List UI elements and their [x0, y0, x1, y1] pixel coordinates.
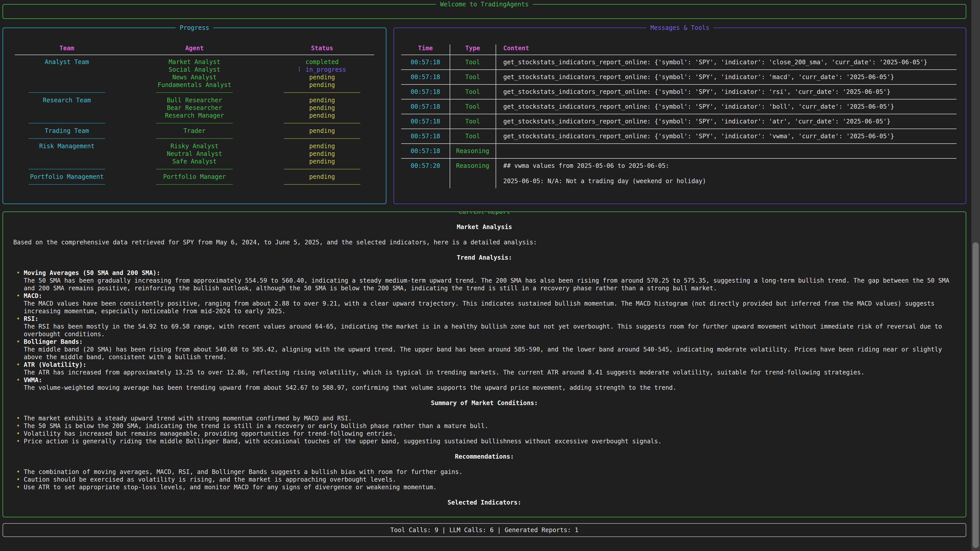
divider-line [284, 169, 360, 169]
divider-line [29, 184, 105, 185]
team-section-divider [3, 119, 386, 127]
bullet-body: Price action is generally riding the mid… [24, 437, 956, 445]
bullet-icon: • [16, 361, 20, 368]
content-cell: ## vwma values from 2025-05-06 to 2025-0… [496, 162, 956, 185]
bullet-item: •The 50 SMA is below the 200 SMA, indica… [13, 422, 956, 430]
welcome-title: Welcome to TradingAgents [436, 0, 533, 8]
type-cell: Tool [450, 132, 496, 140]
stats-bar: Tool Calls: 9 | LLM Calls: 6 | Generated… [3, 523, 966, 537]
column-header-type: Type [450, 44, 496, 52]
bullet-item: •The combination of moving averages, MAC… [13, 468, 956, 476]
status-label: pending [309, 81, 335, 89]
bullet-icon: • [16, 414, 20, 422]
agent-cell: Risky Analyst [130, 142, 258, 150]
divider-line [156, 138, 233, 139]
progress-row: Analyst TeamMarket Analystcompleted [3, 58, 386, 66]
bullet-body: The MACD values have been consistently p… [24, 300, 956, 315]
divider-line [284, 123, 360, 124]
report-content: Market Analysis Based on the comprehensi… [3, 212, 966, 507]
column-header-status: Status [258, 44, 386, 52]
time-cell: 00:57:20 [401, 162, 450, 185]
bullet-body: The middle band (20 SMA) has been rising… [24, 346, 956, 361]
status-label: completed [305, 59, 339, 65]
bullet-body: The ATR has increased from approximately… [24, 368, 956, 376]
team-cell: Portfolio Management [3, 173, 130, 181]
time-cell: 00:57:18 [401, 103, 450, 110]
progress-row: News Analystpending [3, 73, 386, 81]
agent-cell: Research Manager [130, 112, 258, 119]
bullet-term: Moving Averages (50 SMA and 200 SMA): [24, 269, 956, 277]
message-row: 00:57:18Toolget_stockstats_indicators_re… [401, 100, 956, 114]
divider-line [29, 138, 105, 139]
bullet-item: •MACD:The MACD values have been consiste… [13, 292, 956, 315]
section-heading: Trend Analysis: [13, 254, 956, 262]
team-section-divider [3, 181, 386, 188]
message-row: 00:57:18Toolget_stockstats_indicators_re… [401, 70, 956, 85]
content-cell: get_stockstats_indicators_report_online:… [496, 118, 956, 125]
bullet-icon: • [16, 269, 20, 277]
bullet-icon: • [16, 292, 20, 300]
team-cell: Risk Management [3, 142, 130, 150]
scrollbar-track[interactable] [971, 0, 980, 551]
scrollbar-thumb[interactable] [973, 242, 979, 548]
status-cell: pending [258, 112, 386, 119]
bullet-term: Bollinger Bands: [24, 338, 956, 346]
report-sections: Trend Analysis:•Moving Averages (50 SMA … [13, 254, 956, 507]
agent-cell: Social Analyst [130, 66, 258, 73]
bullet-icon: • [16, 422, 20, 430]
messages-tools-panel: Messages & Tools Time Type Content 00:57… [393, 27, 966, 204]
section-heading: Summary of Market Conditions: [13, 399, 956, 407]
bullet-item: •Price action is generally riding the mi… [13, 437, 956, 445]
agent-cell: Bear Researcher [130, 104, 258, 112]
progress-row: Safe Analystpending [3, 158, 386, 165]
message-row: 00:57:18Toolget_stockstats_indicators_re… [401, 55, 956, 70]
bullet-icon: • [16, 437, 20, 445]
type-cell: Tool [450, 73, 496, 81]
column-header-team: Team [3, 44, 130, 52]
content-cell: get_stockstats_indicators_report_online:… [496, 88, 956, 96]
progress-header-underline [15, 55, 374, 55]
status-cell: completed [258, 58, 386, 66]
divider-line [29, 169, 105, 169]
type-cell: Tool [450, 88, 496, 96]
content-cell: get_stockstats_indicators_report_online:… [496, 73, 956, 81]
bullet-icon: • [16, 376, 20, 384]
status-label: pending [309, 97, 335, 104]
status-cell: pending [258, 127, 386, 135]
stats-text: Tool Calls: 9 | LLM Calls: 6 | Generated… [390, 526, 579, 534]
agent-cell: Fundamentals Analyst [130, 81, 258, 89]
bullet-term: MACD: [24, 292, 956, 300]
progress-row: Bear Researcherpending [3, 104, 386, 112]
bullet-term: RSI: [24, 315, 956, 323]
status-cell: pending [258, 81, 386, 89]
progress-row: Research Managerpending [3, 112, 386, 119]
report-heading: Market Analysis [13, 223, 956, 231]
section-heading: Recommendations: [13, 453, 956, 460]
message-row: 00:57:18Reasoning [401, 144, 956, 159]
current-report-title: Current Report [455, 211, 514, 216]
time-cell: 00:57:18 [401, 59, 450, 66]
progress-row: Portfolio ManagementPortfolio Managerpen… [3, 173, 386, 181]
content-cell: get_stockstats_indicators_report_online:… [496, 132, 956, 140]
agent-cell: Bull Researcher [130, 97, 258, 104]
bullet-term: VWMA: [24, 376, 956, 384]
status-label: pending [309, 158, 335, 165]
bullet-item: •VWMA:The volume-weighted moving average… [13, 376, 956, 392]
status-label: pending [309, 143, 335, 150]
divider-line [29, 92, 105, 93]
progress-row: Neutral Analystpending [3, 150, 386, 158]
time-cell: 00:57:18 [401, 147, 450, 155]
column-header-agent: Agent [130, 44, 258, 52]
progress-title: Progress [176, 24, 213, 32]
bullet-icon: • [16, 315, 20, 323]
bullet-item: •Caution should be exercised as volatili… [13, 476, 956, 483]
progress-table: Analyst TeamMarket AnalystcompletedSocia… [3, 58, 386, 188]
progress-panel: Progress Team Agent Status Analyst TeamM… [3, 27, 387, 204]
type-cell: Tool [450, 59, 496, 66]
message-row: 00:57:18Toolget_stockstats_indicators_re… [401, 114, 956, 129]
spinner-icon: ⠇ [298, 66, 303, 73]
content-cell [496, 147, 956, 155]
bullet-icon: • [16, 483, 20, 491]
status-cell: pending [258, 150, 386, 158]
status-cell: pending [258, 158, 386, 165]
